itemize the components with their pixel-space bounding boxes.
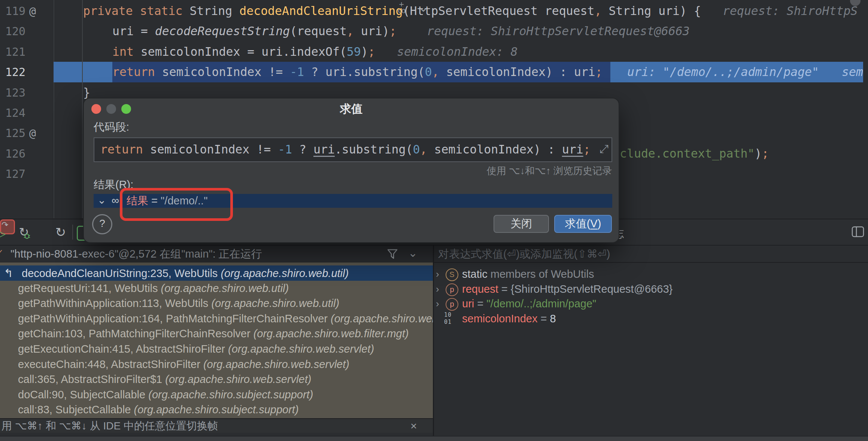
- layout-settings-icon[interactable]: [852, 226, 864, 237]
- code-token: ?: [292, 143, 313, 156]
- frame-package: (org.apache.shiro.web.util): [161, 282, 289, 294]
- toolbar-separator: [72, 225, 73, 240]
- code-token: decodeRequestString: [155, 24, 290, 38]
- variable-row-semicolonIndex[interactable]: 1001semicolonIndex = 8: [434, 311, 868, 326]
- code-token: ,: [594, 4, 601, 18]
- frame-package: (org.apache.shiro.subject.support): [148, 389, 313, 401]
- code-token: 0: [425, 65, 432, 79]
- stack-frame-row[interactable]: call:83, SubjectCallable (org.apache.shi…: [0, 402, 433, 417]
- code-token: uri: [313, 143, 335, 156]
- code-token: decodeAndCleanUriString: [239, 4, 403, 18]
- evaluate-label: 求值(: [565, 218, 591, 229]
- line-number: 127: [5, 164, 25, 184]
- panel-divider[interactable]: [433, 246, 434, 441]
- code-token: private static: [83, 4, 189, 18]
- variable-row-uri[interactable]: ›puri = "/demo/..;/admin/page": [434, 296, 868, 311]
- close-icon[interactable]: ×: [410, 419, 417, 433]
- resume-refresh-button[interactable]: ↻: [52, 219, 69, 245]
- restart-debugger-button[interactable]: ↻: [16, 219, 32, 245]
- execution-line-highlight: [54, 62, 112, 82]
- stack-frame-row[interactable]: getExecutionChain:415, AbstractShiroFilt…: [0, 341, 433, 357]
- primitive-type-icon: 1001: [444, 311, 452, 326]
- stack-frame-row[interactable]: getChain:103, PathMatchingFilterChainRes…: [0, 326, 433, 341]
- stack-frame-row[interactable]: executeChain:448, AbstractShiroFilter (o…: [0, 357, 433, 372]
- code-text: int semicolonIndex = uri.indexOf(59);: [112, 42, 375, 62]
- frame-package: (org.apache.shiro.web.servlet): [165, 373, 311, 385]
- code-token: String: [189, 4, 239, 18]
- parameter-icon: p: [446, 298, 458, 311]
- code-token: ): [755, 147, 762, 160]
- code-token: ;: [389, 24, 397, 38]
- code-text: clude.context_path");: [620, 143, 769, 164]
- variables-tree[interactable]: ›Sstatic members of WebUtils›prequest = …: [434, 263, 868, 436]
- code-token: semicolonIndex = uri.indexOf(: [141, 45, 347, 58]
- variable-text: semicolonIndex = 8: [462, 311, 556, 326]
- history-hint: 使用 ⌥↓和⌥↑ 浏览历史记录: [487, 164, 612, 177]
- frame-text: getPathWithinApplication:113, WebUtils: [18, 297, 211, 309]
- frame-package: (org.apache.shiro.web.util): [221, 267, 349, 279]
- chevron-right-icon[interactable]: ›: [436, 296, 439, 311]
- editor-line-120[interactable]: 120uri = decodeRequestString(request, ur…: [0, 21, 868, 42]
- rerun-debug-button[interactable]: ↷ ▷: [0, 219, 13, 245]
- stack-frame-row[interactable]: doCall:90, SubjectCallable (org.apache.s…: [0, 387, 433, 402]
- inline-debug-hint: sem: [842, 62, 863, 82]
- line-number: 122: [5, 62, 25, 82]
- window-bottom-edge: [0, 436, 868, 441]
- stack-frames-list[interactable]: ↰decodeAndCleanUriString:235, WebUtils (…: [0, 262, 433, 418]
- code-text: uri = decodeRequestString(request, uri);: [112, 21, 397, 42]
- thread-selector-row[interactable]: ∕ "http-nio-8081-exec-6"@2,572 在组"main":…: [0, 246, 433, 262]
- line-number: 123: [5, 82, 25, 103]
- execution-point-icon: ↰: [0, 265, 22, 281]
- editor-line-121[interactable]: 121int semicolonIndex = uri.indexOf(59);…: [0, 42, 868, 62]
- code-token: ,: [347, 24, 354, 38]
- variable-row-request[interactable]: ›prequest = {ShiroHttpServletRequest@666…: [434, 282, 868, 296]
- frames-hint-text: 用 ⌥⌘↑ 和 ⌥⌘↓ 从 IDE 中的任意位置切换帧: [1, 419, 218, 433]
- stack-frame-row[interactable]: getPathWithinApplication:113, WebUtils (…: [0, 296, 433, 311]
- frame-package: (org.apache.shiro.subject.support): [134, 404, 299, 416]
- watches-input-row[interactable]: 对表达式求值(⏎)或添加监视(⇧⌘⏎): [434, 246, 868, 262]
- variable-text: static members of WebUtils: [462, 267, 594, 282]
- watch-expression-placeholder: 对表达式求值(⏎)或添加监视(⇧⌘⏎): [438, 246, 610, 262]
- code-token: ,: [420, 143, 427, 156]
- parameter-icon: p: [446, 283, 458, 296]
- code-token: ,: [432, 65, 439, 79]
- code-text: private static String decodeAndCleanUriS…: [83, 1, 701, 21]
- code-token: ): [361, 45, 368, 58]
- code-token: ;: [368, 45, 375, 58]
- code-token: -1: [278, 143, 292, 156]
- frame-text: getExecutionChain:415, AbstractShiroFilt…: [18, 343, 228, 355]
- help-button[interactable]: ?: [92, 214, 112, 234]
- static-field-icon: S: [446, 268, 458, 281]
- code-token: semicolonIndex !=: [162, 65, 290, 79]
- inline-debug-hint: uri: "/demo/..;/admin/page": [627, 62, 819, 82]
- filter-funnel-icon[interactable]: [386, 248, 398, 260]
- evaluate-dialog: 求值 代码段: return semicolonIndex != -1 ? ur…: [83, 98, 619, 243]
- inline-debug-hint: request: ShiroHttpS: [723, 1, 858, 21]
- frame-text: getRequestUri:141, WebUtils: [18, 282, 161, 294]
- stack-frame-row[interactable]: getPathWithinApplication:164, PathMatchi…: [0, 311, 433, 326]
- line-number: 119: [5, 1, 25, 21]
- stack-frame-row[interactable]: call:365, AbstractShiroFilter$1 (org.apa…: [0, 372, 433, 387]
- code-token: ;: [583, 143, 591, 156]
- editor-line-122[interactable]: 122return semicolonIndex != -1 ? uri.sub…: [0, 62, 868, 82]
- stack-frame-row[interactable]: getRequestUri:141, WebUtils (org.apache.…: [0, 281, 433, 296]
- editor-line-119[interactable]: 119@private static String decodeAndClean…: [0, 1, 868, 21]
- evaluate-button[interactable]: 求值(V): [554, 215, 612, 233]
- expression-input[interactable]: return semicolonIndex != -1 ? uri.substr…: [94, 137, 612, 162]
- code-token: (request: [290, 24, 347, 38]
- chevron-down-icon[interactable]: ⌄: [97, 194, 106, 207]
- code-token: clude.context_path": [620, 147, 755, 160]
- chevron-down-icon[interactable]: ⌄: [408, 246, 418, 261]
- annotation-highlight: [120, 188, 233, 221]
- variable-row-static[interactable]: ›Sstatic members of WebUtils: [434, 267, 868, 282]
- chevron-right-icon[interactable]: ›: [436, 267, 439, 282]
- code-token: ;: [595, 65, 603, 79]
- chevron-right-icon[interactable]: ›: [436, 282, 439, 296]
- line-number: 126: [5, 143, 25, 164]
- code-token: return: [112, 65, 162, 79]
- stack-frame-row[interactable]: ↰decodeAndCleanUriString:235, WebUtils (…: [0, 265, 433, 281]
- frame-text: decodeAndCleanUriString:235, WebUtils: [22, 267, 221, 279]
- expand-icon[interactable]: ⤢: [600, 138, 608, 160]
- frame-package: (org.apache.shiro.web.filter.mgt): [331, 313, 433, 325]
- close-button[interactable]: 关闭: [494, 215, 549, 233]
